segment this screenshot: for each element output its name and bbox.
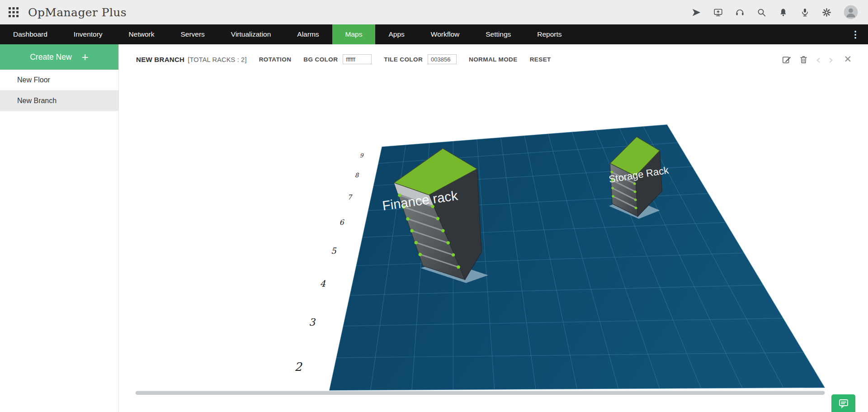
apps-grid-icon[interactable]	[8, 7, 19, 18]
trash-icon[interactable]	[799, 55, 808, 64]
screen-share-icon[interactable]	[713, 8, 723, 17]
app-title: OpManager Plus	[28, 6, 127, 19]
nav-dashboard[interactable]: Dashboard	[0, 24, 61, 44]
branch-title: NEW BRANCH[TOTAL RACKS : 2]	[136, 56, 247, 63]
main-nav: Dashboard Inventory Network Servers Virt…	[0, 24, 868, 44]
feedback-chat-button[interactable]	[831, 394, 855, 412]
bg-color-input[interactable]	[343, 54, 372, 64]
sidebar-item-new-floor[interactable]: New Floor	[0, 70, 118, 90]
rack-unit-led	[633, 182, 636, 185]
tile-color-group: TILE COLOR	[384, 54, 457, 64]
rack-unit-led	[447, 241, 450, 244]
headset-icon[interactable]	[735, 8, 745, 17]
rack-unit-led	[457, 265, 460, 269]
nav-alarms[interactable]: Alarms	[284, 24, 332, 44]
nav-network[interactable]: Network	[116, 24, 168, 44]
nav-inventory[interactable]: Inventory	[61, 24, 116, 44]
rack-unit-led	[441, 229, 444, 232]
user-avatar[interactable]	[844, 5, 858, 19]
rack-view-main: NEW BRANCH[TOTAL RACKS : 2] ROTATION BG …	[119, 44, 868, 412]
floor-row-number: 2	[294, 360, 302, 374]
rotation-control[interactable]: ROTATION	[259, 56, 292, 63]
chevron-left-icon[interactable]: ‹	[816, 53, 821, 66]
nav-maps[interactable]: Maps	[332, 24, 376, 44]
floor-row-number: 7	[348, 193, 353, 201]
search-icon[interactable]	[757, 8, 766, 17]
rack-unit-led	[635, 207, 637, 209]
rack-unit-led	[436, 217, 439, 220]
floor-row-number: 4	[320, 279, 326, 289]
nav-virtualization[interactable]: Virtualization	[218, 24, 284, 44]
chat-icon	[838, 398, 849, 409]
floor-row-number: 6	[339, 218, 344, 227]
tile-color-input[interactable]	[428, 54, 457, 64]
create-new-button[interactable]: Create New +	[0, 44, 118, 70]
bg-color-group: BG COLOR	[303, 54, 372, 64]
rack-view-toolbar: NEW BRANCH[TOTAL RACKS : 2] ROTATION BG …	[119, 44, 868, 74]
nav-workflow[interactable]: Workflow	[418, 24, 472, 44]
nav-settings[interactable]: Settings	[472, 24, 524, 44]
maps-sidebar: Create New + New Floor New Branch	[0, 44, 119, 412]
floor-row-number: 3	[309, 317, 316, 328]
rack-unit-led	[410, 229, 413, 232]
horizontal-scrollbar[interactable]	[136, 391, 825, 395]
rack-unit-led	[612, 187, 614, 189]
plus-icon: +	[82, 51, 89, 63]
reset-button[interactable]: RESET	[530, 56, 551, 63]
gear-icon[interactable]	[822, 8, 831, 17]
tile-color-label: TILE COLOR	[384, 56, 423, 63]
bell-icon[interactable]	[778, 8, 788, 17]
toolbar-actions: ‹ › ✕	[782, 53, 852, 66]
nav-servers[interactable]: Servers	[167, 24, 217, 44]
app-header: OpManager Plus	[0, 0, 868, 24]
rack-unit-led	[452, 253, 455, 256]
floor-row-number: 9	[360, 152, 364, 159]
rack-floor-3d-view: 98765432 Finance rack Storage Rack	[119, 44, 868, 412]
nav-apps[interactable]: Apps	[375, 24, 417, 44]
rocket-icon[interactable]	[692, 8, 701, 17]
bg-color-label: BG COLOR	[303, 56, 338, 63]
rack-unit-led	[419, 253, 422, 256]
rack-unit-led	[612, 195, 614, 197]
header-icons	[692, 5, 858, 19]
rack-unit-led	[415, 241, 418, 244]
rack-unit-led	[406, 217, 409, 220]
floor-tile[interactable]	[329, 125, 825, 391]
floor-row-number: 8	[355, 172, 359, 179]
chevron-right-icon[interactable]: ›	[829, 53, 834, 66]
kebab-menu-icon[interactable]: ⋮	[846, 24, 864, 44]
total-racks-summary: [TOTAL RACKS : 2]	[188, 56, 246, 63]
nav-reports[interactable]: Reports	[524, 24, 575, 44]
create-new-label: Create New	[30, 52, 71, 62]
rack-unit-led	[634, 190, 636, 193]
edit-icon[interactable]	[782, 55, 791, 64]
microphone-icon[interactable]	[800, 8, 810, 17]
rack-unit-led	[634, 199, 637, 201]
mode-toggle-button[interactable]: NORMAL MODE	[469, 56, 518, 63]
close-icon[interactable]: ✕	[844, 54, 852, 65]
floor-row-number: 5	[331, 246, 337, 256]
sidebar-item-new-branch[interactable]: New Branch	[0, 90, 118, 111]
